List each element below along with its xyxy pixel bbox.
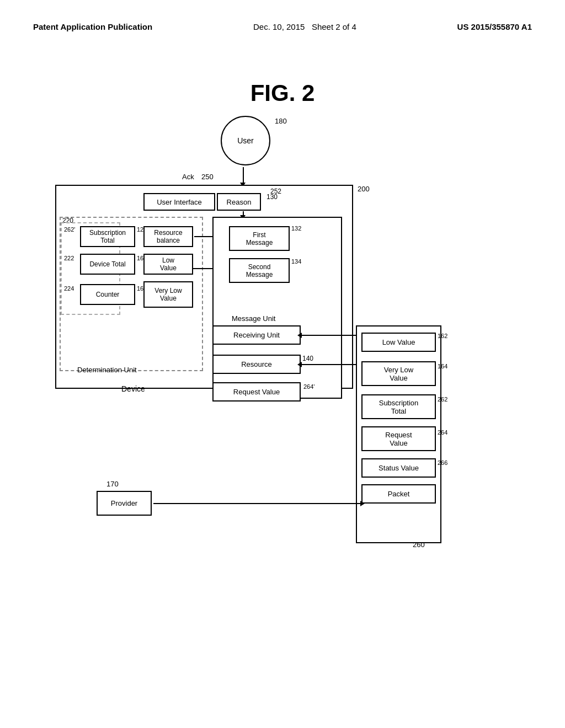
res-arrow-left xyxy=(302,364,356,365)
header-center: Dec. 10, 2015 Sheet 2 of 4 xyxy=(253,22,356,31)
pkt-very-low-label: Very Low Value xyxy=(384,366,413,382)
provider-box: Provider xyxy=(97,491,152,516)
sub-262: 262' xyxy=(64,226,75,233)
header-right: US 2015/355870 A1 xyxy=(457,22,532,31)
header: Patent Application Publication Dec. 10, … xyxy=(0,22,565,31)
user-circle: User xyxy=(221,116,270,165)
pkt-164: 164 xyxy=(438,363,447,370)
pkt-status-val-label: Status Value xyxy=(379,464,419,472)
receiving-label: Receiving Unit xyxy=(233,331,280,339)
device-num: 200 xyxy=(358,185,370,193)
device-total-label: Device Total xyxy=(89,260,125,268)
pkt-packet-label: Packet xyxy=(388,490,410,498)
res-140: 140 xyxy=(302,355,313,362)
counter-label: Counter xyxy=(96,291,120,298)
ack-label: Ack xyxy=(182,173,194,181)
req-val-label: Request Value xyxy=(233,388,280,396)
det-unit-label: Determination Unit xyxy=(77,366,137,374)
resource-label: Resource xyxy=(241,360,272,368)
pkt-262: 262 xyxy=(438,396,447,403)
packet-260: 260 xyxy=(413,540,425,549)
pkt-low-val-box: Low Value xyxy=(361,333,436,352)
counter-box: Counter xyxy=(80,284,135,305)
res-balance-box: Resource balance xyxy=(143,226,193,247)
ui-box: User Interface xyxy=(143,193,215,211)
pkt-very-low-box: Very Low Value xyxy=(361,361,436,386)
pkt-266: 266 xyxy=(438,459,447,466)
second-134: 134 xyxy=(291,258,301,265)
msg-unit-label: Message Unit xyxy=(232,314,275,323)
figure-title: FIG. 2 xyxy=(250,80,315,106)
pkt-sub-total-label: Subscription Total xyxy=(379,399,419,415)
provider-170: 170 xyxy=(106,480,119,488)
ui-label: User Interface xyxy=(157,198,202,206)
sub-total-box: Subscription Total xyxy=(80,226,135,247)
sub-total-label: Subscription Total xyxy=(89,229,126,244)
res-balance-label: Resource balance xyxy=(154,229,182,244)
first-msg-label: First Message xyxy=(246,231,273,247)
resource-box: Resource xyxy=(212,355,301,374)
pkt-packet-box: Packet xyxy=(361,484,436,504)
pkt-status-val-box: Status Value xyxy=(361,458,436,478)
reason-label: Reason xyxy=(227,198,252,206)
recv-arrow-left xyxy=(302,335,356,336)
pkt-264: 264 xyxy=(438,429,447,436)
pkt-162: 162 xyxy=(438,333,447,339)
first-msg-box: First Message xyxy=(229,226,290,251)
user-num: 180 xyxy=(275,117,287,125)
det-224: 224 xyxy=(64,285,74,292)
low-val-box: Low Value xyxy=(143,254,193,275)
reason-box: Reason xyxy=(217,193,261,211)
label-130: 130 xyxy=(266,193,278,201)
provider-label: Provider xyxy=(111,499,137,507)
ack-num: 250 xyxy=(201,173,214,181)
user-label: User xyxy=(237,136,254,145)
pkt-low-val-label: Low Value xyxy=(382,338,415,346)
very-low-val-box: Very Low Value xyxy=(143,281,193,308)
second-msg-box: Second Message xyxy=(229,258,290,283)
req-val-box: Request Value xyxy=(212,382,301,402)
req-264: 264' xyxy=(303,383,315,390)
provider-arrow xyxy=(153,503,360,504)
very-low-val-label: Very Low Value xyxy=(154,287,182,302)
device-label: Device xyxy=(121,384,145,393)
pkt-sub-total-box: Subscription Total xyxy=(361,394,436,419)
low-val-label: Low Value xyxy=(160,256,177,272)
ack-arrow-line xyxy=(243,167,244,184)
second-msg-label: Second Message xyxy=(246,263,273,279)
device-total-box: Device Total xyxy=(80,254,135,275)
page: Patent Application Publication Dec. 10, … xyxy=(0,0,565,728)
header-left: Patent Application Publication xyxy=(33,22,152,31)
receiving-box: Receiving Unit xyxy=(212,325,301,345)
pkt-req-val-label: Request Value xyxy=(385,431,412,447)
det-222: 222 xyxy=(64,255,74,261)
first-132: 132 xyxy=(291,225,301,232)
pkt-req-val-box: Request Value xyxy=(361,426,436,451)
